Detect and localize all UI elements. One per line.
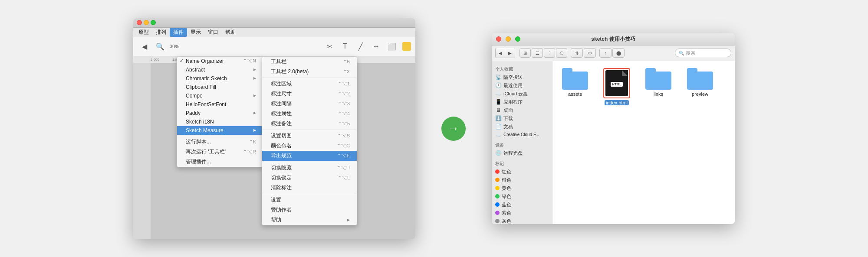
column-view-button[interactable]: ⋮ xyxy=(544,48,555,58)
connect-tool[interactable]: ↔ xyxy=(369,39,383,53)
submenu-toolbar-beta[interactable]: 工具栏 2.0(beta) ⌃X xyxy=(262,67,357,77)
vector-tool[interactable]: ✂ xyxy=(322,39,336,53)
submenu-color-name[interactable]: 颜色命名 ⌃⌥C xyxy=(262,141,357,151)
back-button[interactable]: ◀ xyxy=(496,48,505,58)
file-item-preview[interactable]: preview xyxy=(684,68,716,97)
submenu-annotate-spacing[interactable]: 标注间隔 ⌃⌥3 xyxy=(262,99,357,109)
menu-item-plugin[interactable]: 插件 xyxy=(170,28,187,37)
menu-run-again[interactable]: 再次运行 '工具栏' ⌃⌥R xyxy=(177,147,263,157)
sidebar-item-icloud[interactable]: ☁️ iCloud 云盘 xyxy=(492,90,552,98)
menu-shortcut: ⌃⌥N xyxy=(243,58,256,64)
submenu-clear-notes[interactable]: 清除标注 xyxy=(262,183,357,193)
menu-compo[interactable]: Compo xyxy=(177,91,263,100)
menu-separator xyxy=(262,162,357,162)
close-button[interactable] xyxy=(137,20,142,25)
back-icon[interactable]: ◀ xyxy=(138,39,151,53)
menu-item-help[interactable]: 帮助 xyxy=(222,28,239,37)
share-button[interactable]: ↑ xyxy=(599,48,612,58)
sidebar-item-yellow[interactable]: 黄色 xyxy=(492,184,552,192)
tags-button[interactable]: ⬤ xyxy=(612,48,625,58)
submenu-toggle-lock[interactable]: 切换锁定 ⌃⌥L xyxy=(262,173,357,183)
submenu-toolbar[interactable]: 工具栏 ⌃B xyxy=(262,57,357,67)
line-tool[interactable]: ╱ xyxy=(354,39,368,53)
share-buttons: ↑ ⬤ xyxy=(599,48,625,58)
submenu-toggle-hidden[interactable]: 切换隐藏 ⌃⌥H xyxy=(262,163,357,173)
menu-shortcut: ⌃⌥C xyxy=(337,143,350,149)
gallery-view-button[interactable]: ⬡ xyxy=(556,48,567,58)
zoom-button[interactable] xyxy=(151,20,156,25)
menu-label: HelloFontSetFont xyxy=(186,101,226,107)
menu-paddy[interactable]: Paddy xyxy=(177,109,263,117)
action-button[interactable]: ⚙ xyxy=(584,48,596,58)
sidebar-item-creative-cloud[interactable]: ☁️ Creative Cloud F... xyxy=(492,131,552,139)
sidebar-item-orange[interactable]: 橙色 xyxy=(492,176,552,184)
file-item-assets[interactable]: assets xyxy=(559,68,591,97)
list-view-button[interactable]: ☰ xyxy=(532,48,543,58)
menu-sketch-measure[interactable]: Sketch Measure xyxy=(177,126,263,135)
sort-button[interactable]: ⇅ xyxy=(571,48,583,58)
sidebar-item-apps[interactable]: 📱 应用程序 xyxy=(492,98,552,106)
menu-chromatic[interactable]: Chromatic Sketch xyxy=(177,74,263,83)
menu-sketch-i18n[interactable]: Sketch i18N xyxy=(177,117,263,126)
submenu-annotate-attr[interactable]: 标注属性 ⌃⌥4 xyxy=(262,109,357,119)
submenu-annotate-note[interactable]: 标注备注 ⌃⌥5 xyxy=(262,119,357,129)
submenu-help[interactable]: 帮助 xyxy=(262,215,357,225)
orange-dot xyxy=(495,178,500,182)
menu-hellofont[interactable]: HelloFontSetFont xyxy=(177,100,263,109)
sidebar-item-blue[interactable]: 蓝色 xyxy=(492,201,552,209)
menu-label: 切换隐藏 xyxy=(271,164,292,172)
menu-run-script[interactable]: 运行脚本... ⌃K xyxy=(177,137,263,147)
sidebar-item-downloads[interactable]: ⬇️ 下载 xyxy=(492,114,552,123)
folder-shape xyxy=(562,72,588,90)
file-item-indexhtml[interactable]: HTML index.html xyxy=(601,68,632,105)
minimize-button[interactable] xyxy=(144,20,149,25)
shape-tool[interactable]: T xyxy=(338,39,352,53)
sidebar-item-desktop[interactable]: 🖥 桌面 xyxy=(492,106,552,114)
submenu-annotate-area[interactable]: 标注区域 ⌃⌥1 xyxy=(262,79,357,89)
sidebar-item-label: 橙色 xyxy=(502,177,511,183)
menu-name-organizer[interactable]: Name Organizer ⌃⌥N xyxy=(177,57,263,65)
file-label: assets xyxy=(568,91,582,97)
submenu-sponsor[interactable]: 赞助作者 xyxy=(262,205,357,215)
menu-item-prototype[interactable]: 原型 xyxy=(135,28,152,37)
purple-dot xyxy=(495,211,500,215)
menu-label: 再次运行 '工具栏' xyxy=(186,148,226,156)
finder-search[interactable]: 🔍 搜索 xyxy=(675,49,731,57)
icon-view-button[interactable]: ⊞ xyxy=(519,48,531,58)
finder-minimize-button[interactable] xyxy=(506,36,511,42)
sketch-toolbar: ◀ 🔍 30% ✂ T ╱ ↔ ⬜ xyxy=(133,37,415,56)
sidebar-item-airdrop[interactable]: 📡 隔空投送 xyxy=(492,73,552,81)
sidebar-item-label: 远程光盘 xyxy=(503,150,523,156)
menu-abstract[interactable]: Abstract xyxy=(177,65,263,74)
finder-zoom-button[interactable] xyxy=(515,36,520,42)
menu-item-display[interactable]: 显示 xyxy=(187,28,204,37)
menu-item-arrange[interactable]: 排列 xyxy=(152,28,170,37)
artboard-tool[interactable]: ⬜ xyxy=(385,39,399,53)
finder-close-button[interactable] xyxy=(496,36,501,42)
sidebar-item-red[interactable]: 红色 xyxy=(492,168,552,176)
menu-clipboard-fill[interactable]: Clipboard Fill xyxy=(177,83,263,91)
menu-label: Paddy xyxy=(186,110,201,116)
sidebar-item-remote-disc[interactable]: 💿 远程光盘 xyxy=(492,149,552,157)
sidebar-item-documents[interactable]: 📄 文稿 xyxy=(492,123,552,131)
plugin-menu: Name Organizer ⌃⌥N Abstract Chromatic Sk… xyxy=(177,56,263,167)
forward-button[interactable]: ▶ xyxy=(505,48,515,58)
apps-icon: 📱 xyxy=(495,99,501,105)
menu-item-window[interactable]: 窗口 xyxy=(204,28,222,37)
sidebar-item-green[interactable]: 绿色 xyxy=(492,192,552,201)
submenu-annotate-size[interactable]: 标注尺寸 ⌃⌥2 xyxy=(262,89,357,99)
sidebar-item-recent[interactable]: 🕐 最近使用 xyxy=(492,81,552,90)
sidebar-item-gray[interactable]: 灰色 xyxy=(492,217,552,224)
file-item-links[interactable]: links xyxy=(643,68,674,97)
menu-manage-plugins[interactable]: 管理插件... xyxy=(177,157,263,167)
menu-shortcut: ⌃K xyxy=(249,139,256,145)
sidebar-item-purple[interactable]: 紫色 xyxy=(492,209,552,217)
submenu-export-spec[interactable]: 导出规范 ⌃⌥E xyxy=(262,151,357,161)
menu-shortcut: ⌃⌥E xyxy=(337,153,350,159)
submenu-set-slice[interactable]: 设置切图 ⌃⌥S xyxy=(262,131,357,141)
magnify-icon[interactable]: 🔍 xyxy=(153,39,167,53)
menu-label: 工具栏 xyxy=(271,58,286,65)
submenu-settings[interactable]: 设置 xyxy=(262,195,357,205)
menu-label: Sketch Measure xyxy=(186,127,224,133)
zoom-level: 30% xyxy=(170,44,179,49)
